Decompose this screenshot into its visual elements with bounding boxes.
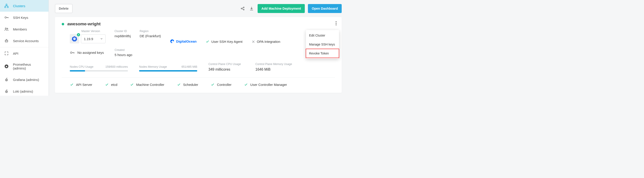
cluster-id: Cluster ID nvp68mlthj: [114, 30, 131, 38]
digitalocean-icon: [170, 39, 174, 43]
svg-point-18: [336, 23, 336, 24]
check-icon: [206, 39, 210, 43]
svg-rect-1: [5, 7, 6, 8]
nodes-cpu-metric: Nodes CPU Usage 159/600 millicores: [70, 65, 128, 71]
check-icon: [105, 82, 109, 86]
assigned-keys-label: No assigned keys: [77, 51, 104, 54]
component-label: etcd: [111, 83, 118, 86]
metric-value: 651/485 MiB: [182, 65, 197, 68]
region: Region DE (Frankfurt): [140, 30, 161, 38]
loki-icon: [4, 89, 9, 94]
metric-value: 349 millicores: [208, 67, 244, 71]
component-user-controller-manager: User Controller Manager: [244, 82, 287, 86]
svg-point-23: [70, 52, 72, 53]
svg-point-11: [6, 79, 7, 80]
nodes-memory-metric: Nodes Memory Usage 651/485 MiB: [139, 65, 197, 71]
svg-point-10: [5, 79, 8, 81]
sidebar-item-loki[interactable]: Loki (admins): [0, 85, 48, 96]
open-dashboard-button[interactable]: Open Dashboard: [308, 4, 342, 13]
x-icon: [252, 40, 255, 43]
sidebar-item-prometheus[interactable]: Prometheus (admins): [0, 59, 48, 74]
component-etcd: etcd: [105, 82, 118, 86]
sidebar-item-grafana[interactable]: Grafana (admins): [0, 74, 48, 85]
sidebar-item-label: Prometheus (admins): [13, 62, 44, 70]
main: Delete Add Machine Deployment Open Dashb…: [49, 0, 347, 96]
ssh-agent-label: User SSH Key Agent: [211, 40, 242, 43]
provider: DigitalOcean: [170, 39, 197, 43]
version-select[interactable]: 1.19.9: [81, 34, 106, 43]
cluster-actions-menu: Edit Cluster Manage SSH keys Revoke Toke…: [306, 30, 339, 59]
kubernetes-icon: [70, 34, 79, 43]
download-icon[interactable]: [249, 6, 254, 11]
key-icon: [4, 15, 9, 20]
check-icon: [211, 82, 215, 86]
sidebar-item-label: SSH Keys: [13, 16, 28, 20]
grafana-icon: [4, 77, 9, 82]
created-value: 5 hours ago: [114, 53, 132, 57]
more-menu-button[interactable]: [336, 21, 337, 26]
component-label: Controller: [217, 83, 232, 86]
ssh-agent-feature: User SSH Key Agent: [206, 39, 242, 43]
metric-label: Nodes Memory Usage: [139, 65, 167, 68]
sidebar-item-clusters[interactable]: Clusters: [0, 0, 48, 12]
check-icon: [244, 82, 248, 86]
svg-point-7: [6, 41, 6, 41]
sidebar-item-label: Clusters: [13, 4, 25, 8]
add-deployment-button[interactable]: Add Machine Deployment: [258, 4, 305, 13]
component-label: API Server: [76, 83, 92, 86]
menu-manage-ssh-keys[interactable]: Manage SSH keys: [306, 40, 339, 49]
cp-cpu-metric: Control Plane CPU Usage 349 millicores: [208, 62, 244, 71]
svg-point-17: [336, 21, 336, 22]
delete-button[interactable]: Delete: [55, 4, 72, 13]
cluster-id-value: nvp68mlthj: [114, 34, 131, 38]
svg-point-4: [5, 28, 6, 29]
created: Created 5 hours ago: [114, 48, 132, 57]
clusters-icon: [4, 4, 9, 8]
progress-bar: [70, 70, 128, 71]
members-icon: [4, 27, 9, 31]
region-value: DE (Frankfurt): [140, 34, 161, 38]
cluster-card: awesome-wright Master Version: [55, 17, 342, 93]
svg-point-13: [6, 91, 7, 92]
components-row: API Server etcd Machine Controller Sched…: [62, 77, 335, 86]
chevron-down-icon: [100, 37, 103, 40]
progress-bar: [139, 70, 197, 71]
key-icon: [70, 50, 75, 55]
sidebar-item-label: Loki (admins): [13, 90, 33, 93]
component-machine-controller: Machine Controller: [130, 82, 164, 86]
share-icon[interactable]: [240, 6, 246, 11]
svg-point-8: [7, 41, 8, 41]
status-dot: [62, 23, 64, 25]
sidebar-item-ssh-keys[interactable]: SSH Keys: [0, 12, 48, 23]
prometheus-icon: [4, 64, 9, 69]
sidebar-item-members[interactable]: Members: [0, 23, 48, 35]
robot-icon: [4, 39, 9, 43]
version-value: 1.19.9: [84, 37, 93, 41]
metric-value: 1646 MiB: [255, 67, 300, 71]
opa-label: OPA Integration: [257, 40, 280, 43]
metric-value: 159/600 millicores: [105, 65, 128, 68]
check-icon: [177, 82, 181, 86]
expand-icon: [4, 51, 9, 55]
component-scheduler: Scheduler: [177, 82, 198, 86]
provider-name: DigitalOcean: [176, 39, 197, 43]
metric-label: Control Plane CPU Usage: [208, 62, 241, 66]
check-icon: [130, 82, 134, 86]
menu-revoke-token[interactable]: Revoke Token: [306, 49, 339, 58]
sidebar-item-label: API: [13, 52, 18, 55]
metric-label: Control Plane Memory Usage: [255, 62, 292, 66]
opa-feature: OPA Integration: [252, 40, 280, 43]
svg-point-22: [74, 39, 75, 39]
sidebar-item-label: Members: [13, 27, 27, 31]
assigned-keys: No assigned keys: [70, 50, 104, 55]
master-version: Master Version 1.19.9: [70, 30, 106, 43]
svg-point-5: [7, 28, 8, 29]
sidebar-item-service-accounts[interactable]: Service Accounts: [0, 35, 48, 47]
sidebar-item-api[interactable]: API: [0, 48, 48, 59]
component-label: Machine Controller: [136, 83, 164, 86]
component-label: User Controller Manager: [250, 83, 287, 86]
metric-label: Nodes CPU Usage: [70, 65, 94, 68]
created-label: Created: [114, 48, 132, 52]
menu-edit-cluster[interactable]: Edit Cluster: [306, 31, 339, 40]
component-label: Scheduler: [183, 83, 198, 86]
